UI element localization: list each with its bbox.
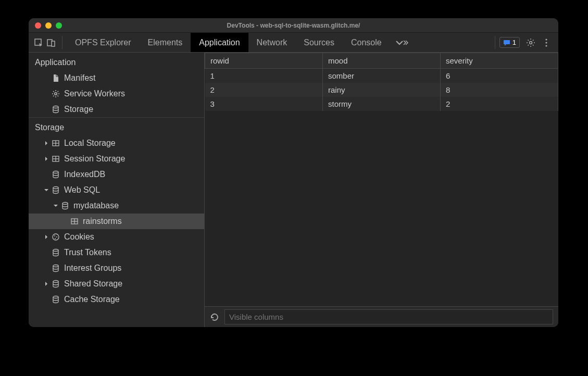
table-cell: 2 (441, 97, 558, 111)
sidebar-item-label: Cache Storage (64, 295, 120, 304)
visible-columns-input[interactable] (224, 309, 553, 324)
svg-point-18 (62, 203, 68, 205)
svg-point-9 (53, 106, 58, 108)
svg-point-7 (545, 45, 547, 46)
table-cell: 3 (205, 97, 323, 111)
devtools-toolbar: OPFS Explorer Elements Application Netwo… (29, 33, 558, 53)
database-icon (51, 264, 61, 272)
sidebar-item-label: Session Storage (64, 154, 125, 164)
table-cell: stormy (323, 97, 441, 111)
data-table-wrap: rowidmoodseverity 1somber62rainy83stormy… (205, 53, 558, 306)
more-options-icon[interactable] (542, 38, 551, 47)
sidebar-item-manifest[interactable]: Manifest (29, 70, 204, 86)
svg-point-25 (55, 238, 56, 239)
devtools-tabs: OPFS Explorer Elements Application Netwo… (67, 33, 491, 52)
refresh-icon[interactable] (210, 312, 219, 322)
sidebar-item-local-storage[interactable]: Local Storage (29, 135, 204, 151)
chevron-down-icon (53, 203, 59, 209)
arrow-placeholder (43, 296, 49, 303)
arrow-placeholder (43, 106, 49, 112)
file-icon (51, 74, 61, 82)
svg-point-4 (530, 41, 532, 44)
svg-rect-3 (504, 40, 510, 44)
sidebar-item-label: Manifest (64, 73, 95, 83)
window-title: DevTools - web-sql-to-sqlite-wasm.glitch… (29, 22, 558, 29)
table-cell: 1 (205, 69, 323, 83)
sidebar-item-label: Cookies (64, 232, 94, 242)
database-icon (51, 186, 61, 194)
svg-point-23 (54, 235, 55, 236)
cookie-icon (51, 233, 61, 241)
svg-rect-2 (52, 41, 55, 46)
sidebar-item-label: Trust Tokens (64, 248, 111, 257)
tab-elements[interactable]: Elements (140, 33, 191, 52)
tab-opfs-explorer[interactable]: OPFS Explorer (67, 33, 140, 52)
data-table: rowidmoodseverity 1somber62rainy83stormy… (205, 53, 558, 111)
device-toggle-icon[interactable] (46, 38, 56, 47)
sidebar-item-label: Interest Groups (64, 264, 121, 273)
table-row[interactable]: 1somber6 (205, 69, 558, 83)
database-icon (51, 280, 61, 288)
chevron-right-icon (43, 156, 49, 162)
sidebar-item-mydatabase[interactable]: mydatabase (29, 198, 204, 214)
database-icon (51, 170, 61, 179)
sidebar-item-interest-groups[interactable]: Interest Groups (29, 260, 204, 276)
table-row[interactable]: 2rainy8 (205, 83, 558, 97)
sidebar-item-label: Shared Storage (64, 279, 122, 289)
arrow-placeholder (43, 75, 49, 81)
main-panel: ApplicationManifestService WorkersStorag… (29, 53, 558, 327)
database-icon (51, 295, 61, 304)
sidebar-item-rainstorms[interactable]: rainstorms (29, 214, 204, 229)
table-icon (51, 155, 61, 163)
svg-point-5 (545, 39, 547, 40)
devtools-window: DevTools - web-sql-to-sqlite-wasm.glitch… (29, 18, 558, 327)
tab-application[interactable]: Application (191, 33, 248, 52)
tab-sources[interactable]: Sources (295, 33, 343, 52)
sidebar-section-head: Storage (29, 117, 204, 135)
table-icon (69, 217, 80, 225)
tab-network[interactable]: Network (248, 33, 296, 52)
sidebar-item-web-sql[interactable]: Web SQL (29, 182, 204, 198)
database-icon (51, 105, 61, 114)
column-header[interactable]: mood (323, 53, 441, 69)
svg-point-29 (53, 296, 58, 298)
database-icon (51, 248, 61, 257)
svg-point-26 (53, 249, 58, 252)
sidebar-item-cache-storage[interactable]: Cache Storage (29, 292, 204, 307)
svg-point-16 (53, 171, 58, 173)
svg-point-24 (56, 236, 57, 237)
svg-point-6 (545, 42, 547, 43)
svg-point-22 (53, 234, 59, 240)
issues-count: 1 (512, 39, 516, 46)
table-cell: 2 (205, 83, 323, 97)
arrow-placeholder (43, 171, 49, 178)
issues-badge[interactable]: 1 (499, 37, 520, 48)
chevron-right-icon (43, 281, 49, 287)
chevron-right-icon (43, 140, 49, 146)
sidebar-item-trust-tokens[interactable]: Trust Tokens (29, 245, 204, 260)
tab-console[interactable]: Console (343, 33, 390, 52)
column-header[interactable]: rowid (205, 53, 323, 69)
sidebar-item-shared-storage[interactable]: Shared Storage (29, 276, 204, 292)
sidebar-item-label: Local Storage (64, 139, 116, 148)
more-tabs-icon[interactable] (390, 33, 414, 52)
sidebar-item-indexeddb[interactable]: IndexedDB (29, 167, 204, 182)
sidebar-item-label: rainstorms (83, 217, 122, 226)
database-icon (60, 202, 70, 210)
application-sidebar: ApplicationManifestService WorkersStorag… (29, 53, 205, 327)
settings-icon[interactable] (526, 38, 535, 47)
sidebar-item-session-storage[interactable]: Session Storage (29, 151, 204, 167)
svg-point-28 (53, 281, 58, 283)
column-header[interactable]: severity (441, 53, 558, 69)
table-cell: rainy (323, 83, 441, 97)
sidebar-item-service-workers[interactable]: Service Workers (29, 86, 204, 102)
gear-icon (51, 90, 61, 98)
table-icon (51, 139, 61, 147)
arrow-placeholder (43, 91, 49, 97)
svg-point-8 (55, 93, 57, 95)
table-footer (205, 306, 558, 327)
inspect-icon[interactable] (34, 38, 43, 47)
table-row[interactable]: 3stormy2 (205, 97, 558, 111)
sidebar-item-storage[interactable]: Storage (29, 102, 204, 117)
sidebar-item-cookies[interactable]: Cookies (29, 229, 204, 245)
